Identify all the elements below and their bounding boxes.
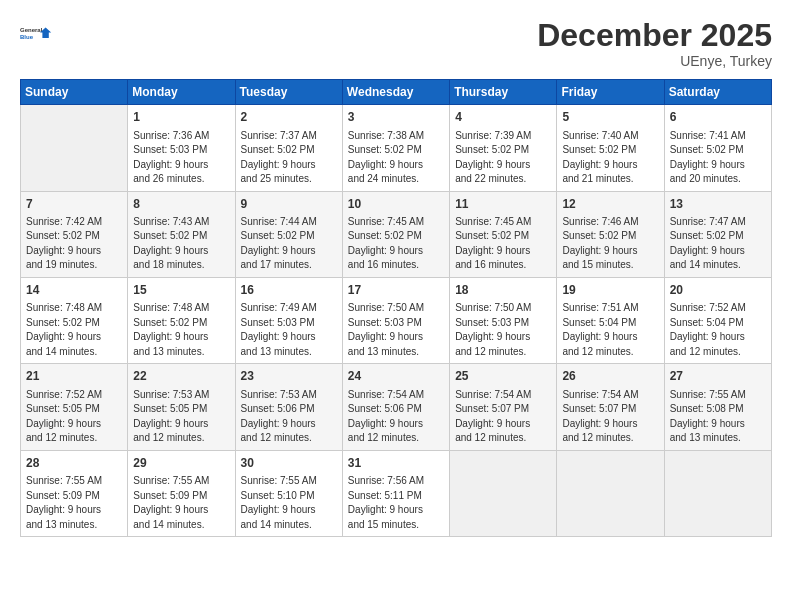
weekday-header-saturday: Saturday [664,80,771,105]
day-number: 9 [241,196,337,213]
weekday-header-friday: Friday [557,80,664,105]
cell-content: Sunrise: 7:50 AM Sunset: 5:03 PM Dayligh… [455,301,551,359]
cell-content: Sunrise: 7:38 AM Sunset: 5:02 PM Dayligh… [348,129,444,187]
cell-content: Sunrise: 7:43 AM Sunset: 5:02 PM Dayligh… [133,215,229,273]
day-number: 14 [26,282,122,299]
cell-content: Sunrise: 7:46 AM Sunset: 5:02 PM Dayligh… [562,215,658,273]
header: GeneralBlue December 2025 UEnye, Turkey [20,18,772,69]
calendar-cell: 7Sunrise: 7:42 AM Sunset: 5:02 PM Daylig… [21,191,128,277]
day-number: 17 [348,282,444,299]
day-number: 15 [133,282,229,299]
calendar-cell: 3Sunrise: 7:38 AM Sunset: 5:02 PM Daylig… [342,105,449,191]
cell-content: Sunrise: 7:36 AM Sunset: 5:03 PM Dayligh… [133,129,229,187]
calendar-cell: 10Sunrise: 7:45 AM Sunset: 5:02 PM Dayli… [342,191,449,277]
weekday-header-wednesday: Wednesday [342,80,449,105]
day-number: 2 [241,109,337,126]
cell-content: Sunrise: 7:47 AM Sunset: 5:02 PM Dayligh… [670,215,766,273]
cell-content: Sunrise: 7:52 AM Sunset: 5:05 PM Dayligh… [26,388,122,446]
cell-content: Sunrise: 7:44 AM Sunset: 5:02 PM Dayligh… [241,215,337,273]
calendar-cell: 8Sunrise: 7:43 AM Sunset: 5:02 PM Daylig… [128,191,235,277]
day-number: 19 [562,282,658,299]
cell-content: Sunrise: 7:45 AM Sunset: 5:02 PM Dayligh… [455,215,551,273]
calendar-cell [664,450,771,536]
cell-content: Sunrise: 7:54 AM Sunset: 5:06 PM Dayligh… [348,388,444,446]
cell-content: Sunrise: 7:55 AM Sunset: 5:09 PM Dayligh… [133,474,229,532]
calendar-cell: 25Sunrise: 7:54 AM Sunset: 5:07 PM Dayli… [450,364,557,450]
cell-content: Sunrise: 7:42 AM Sunset: 5:02 PM Dayligh… [26,215,122,273]
calendar-cell: 2Sunrise: 7:37 AM Sunset: 5:02 PM Daylig… [235,105,342,191]
calendar-cell: 18Sunrise: 7:50 AM Sunset: 5:03 PM Dayli… [450,277,557,363]
day-number: 13 [670,196,766,213]
calendar-cell: 21Sunrise: 7:52 AM Sunset: 5:05 PM Dayli… [21,364,128,450]
calendar-cell: 14Sunrise: 7:48 AM Sunset: 5:02 PM Dayli… [21,277,128,363]
day-number: 26 [562,368,658,385]
calendar-cell: 27Sunrise: 7:55 AM Sunset: 5:08 PM Dayli… [664,364,771,450]
calendar-cell: 16Sunrise: 7:49 AM Sunset: 5:03 PM Dayli… [235,277,342,363]
calendar-cell: 17Sunrise: 7:50 AM Sunset: 5:03 PM Dayli… [342,277,449,363]
logo: GeneralBlue [20,18,52,50]
svg-text:Blue: Blue [20,34,34,40]
day-number: 5 [562,109,658,126]
cell-content: Sunrise: 7:52 AM Sunset: 5:04 PM Dayligh… [670,301,766,359]
cell-content: Sunrise: 7:37 AM Sunset: 5:02 PM Dayligh… [241,129,337,187]
cell-content: Sunrise: 7:55 AM Sunset: 5:10 PM Dayligh… [241,474,337,532]
day-number: 10 [348,196,444,213]
day-number: 6 [670,109,766,126]
calendar-cell: 23Sunrise: 7:53 AM Sunset: 5:06 PM Dayli… [235,364,342,450]
cell-content: Sunrise: 7:53 AM Sunset: 5:05 PM Dayligh… [133,388,229,446]
calendar-cell: 28Sunrise: 7:55 AM Sunset: 5:09 PM Dayli… [21,450,128,536]
cell-content: Sunrise: 7:40 AM Sunset: 5:02 PM Dayligh… [562,129,658,187]
calendar-cell: 15Sunrise: 7:48 AM Sunset: 5:02 PM Dayli… [128,277,235,363]
page: GeneralBlue December 2025 UEnye, Turkey … [0,0,792,612]
calendar-cell [21,105,128,191]
day-number: 18 [455,282,551,299]
cell-content: Sunrise: 7:48 AM Sunset: 5:02 PM Dayligh… [26,301,122,359]
day-number: 16 [241,282,337,299]
calendar-cell: 1Sunrise: 7:36 AM Sunset: 5:03 PM Daylig… [128,105,235,191]
day-number: 20 [670,282,766,299]
day-number: 8 [133,196,229,213]
weekday-header-thursday: Thursday [450,80,557,105]
cell-content: Sunrise: 7:55 AM Sunset: 5:08 PM Dayligh… [670,388,766,446]
calendar-cell: 13Sunrise: 7:47 AM Sunset: 5:02 PM Dayli… [664,191,771,277]
cell-content: Sunrise: 7:56 AM Sunset: 5:11 PM Dayligh… [348,474,444,532]
day-number: 25 [455,368,551,385]
weekday-header-tuesday: Tuesday [235,80,342,105]
day-number: 3 [348,109,444,126]
calendar-cell: 24Sunrise: 7:54 AM Sunset: 5:06 PM Dayli… [342,364,449,450]
day-number: 28 [26,455,122,472]
cell-content: Sunrise: 7:55 AM Sunset: 5:09 PM Dayligh… [26,474,122,532]
cell-content: Sunrise: 7:54 AM Sunset: 5:07 PM Dayligh… [455,388,551,446]
calendar-cell: 11Sunrise: 7:45 AM Sunset: 5:02 PM Dayli… [450,191,557,277]
cell-content: Sunrise: 7:45 AM Sunset: 5:02 PM Dayligh… [348,215,444,273]
calendar-cell: 4Sunrise: 7:39 AM Sunset: 5:02 PM Daylig… [450,105,557,191]
calendar-cell: 31Sunrise: 7:56 AM Sunset: 5:11 PM Dayli… [342,450,449,536]
calendar-cell: 20Sunrise: 7:52 AM Sunset: 5:04 PM Dayli… [664,277,771,363]
cell-content: Sunrise: 7:48 AM Sunset: 5:02 PM Dayligh… [133,301,229,359]
weekday-header-row: SundayMondayTuesdayWednesdayThursdayFrid… [21,80,772,105]
cell-content: Sunrise: 7:53 AM Sunset: 5:06 PM Dayligh… [241,388,337,446]
cell-content: Sunrise: 7:51 AM Sunset: 5:04 PM Dayligh… [562,301,658,359]
cell-content: Sunrise: 7:41 AM Sunset: 5:02 PM Dayligh… [670,129,766,187]
week-row-1: 7Sunrise: 7:42 AM Sunset: 5:02 PM Daylig… [21,191,772,277]
calendar-cell: 30Sunrise: 7:55 AM Sunset: 5:10 PM Dayli… [235,450,342,536]
week-row-4: 28Sunrise: 7:55 AM Sunset: 5:09 PM Dayli… [21,450,772,536]
calendar-cell: 19Sunrise: 7:51 AM Sunset: 5:04 PM Dayli… [557,277,664,363]
day-number: 12 [562,196,658,213]
day-number: 22 [133,368,229,385]
logo-icon: GeneralBlue [20,18,52,50]
calendar-cell: 12Sunrise: 7:46 AM Sunset: 5:02 PM Dayli… [557,191,664,277]
day-number: 29 [133,455,229,472]
calendar-cell: 22Sunrise: 7:53 AM Sunset: 5:05 PM Dayli… [128,364,235,450]
calendar-table: SundayMondayTuesdayWednesdayThursdayFrid… [20,79,772,537]
title-block: December 2025 UEnye, Turkey [537,18,772,69]
week-row-3: 21Sunrise: 7:52 AM Sunset: 5:05 PM Dayli… [21,364,772,450]
calendar-cell [557,450,664,536]
week-row-2: 14Sunrise: 7:48 AM Sunset: 5:02 PM Dayli… [21,277,772,363]
day-number: 21 [26,368,122,385]
calendar-cell [450,450,557,536]
calendar-cell: 9Sunrise: 7:44 AM Sunset: 5:02 PM Daylig… [235,191,342,277]
cell-content: Sunrise: 7:39 AM Sunset: 5:02 PM Dayligh… [455,129,551,187]
cell-content: Sunrise: 7:50 AM Sunset: 5:03 PM Dayligh… [348,301,444,359]
calendar-cell: 26Sunrise: 7:54 AM Sunset: 5:07 PM Dayli… [557,364,664,450]
